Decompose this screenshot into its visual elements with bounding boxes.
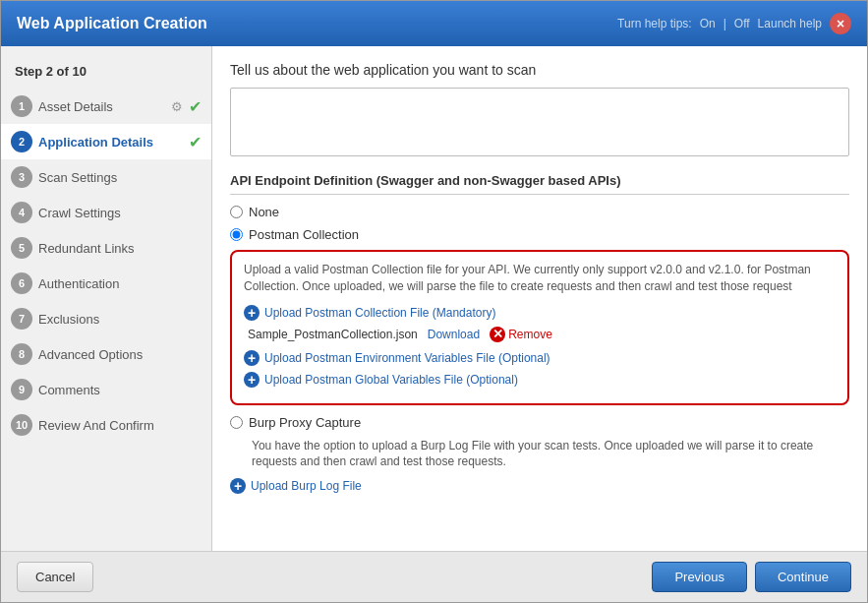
postman-radio[interactable] bbox=[230, 228, 243, 241]
burp-label: Burp Proxy Capture bbox=[249, 415, 361, 430]
sidebar-label-2: Application Details bbox=[38, 135, 183, 150]
plus-icon-1: + bbox=[244, 305, 260, 321]
none-radio[interactable] bbox=[230, 206, 243, 218]
step-num-5: 5 bbox=[11, 237, 32, 259]
upload-burp-label: Upload Burp Log File bbox=[251, 479, 362, 493]
plus-icon-3: + bbox=[244, 372, 260, 388]
file-row: Sample_PostmanCollection.json Download ✕… bbox=[244, 327, 836, 342]
sidebar-label-9: Comments bbox=[38, 383, 202, 397]
none-radio-row: None bbox=[230, 205, 849, 219]
download-link[interactable]: Download bbox=[428, 328, 480, 341]
remove-label: Remove bbox=[508, 328, 552, 341]
api-section-title: API Endpoint Definition (Swagger and non… bbox=[230, 173, 849, 195]
sidebar-item-exclusions[interactable]: 7 Exclusions bbox=[1, 301, 211, 336]
modal-title: Web Application Creation bbox=[17, 15, 207, 32]
sidebar-label-3: Scan Settings bbox=[38, 170, 202, 185]
upload-global-label: Upload Postman Global Variables File (Op… bbox=[264, 373, 518, 387]
postman-radio-row: Postman Collection bbox=[230, 227, 849, 242]
step-num-8: 8 bbox=[11, 343, 32, 365]
none-label: None bbox=[249, 205, 279, 219]
plus-icon-4: + bbox=[230, 478, 246, 494]
close-button[interactable]: × bbox=[830, 13, 851, 34]
step-num-4: 4 bbox=[11, 202, 32, 223]
sidebar-item-review-confirm[interactable]: 10 Review And Confirm bbox=[1, 407, 211, 443]
burp-radio-row: Burp Proxy Capture bbox=[230, 415, 849, 430]
sidebar-item-crawl-settings[interactable]: 4 Crawl Settings bbox=[1, 195, 211, 230]
help-off-link[interactable]: Off bbox=[734, 17, 750, 30]
sidebar-label-1: Asset Details bbox=[38, 99, 165, 114]
upload-collection-link[interactable]: + Upload Postman Collection File (Mandat… bbox=[244, 305, 836, 321]
burp-section: Burp Proxy Capture You have the option t… bbox=[230, 415, 849, 495]
step-num-7: 7 bbox=[11, 308, 32, 330]
launch-help-link[interactable]: Launch help bbox=[758, 17, 822, 30]
upload-global-link[interactable]: + Upload Postman Global Variables File (… bbox=[244, 372, 836, 388]
sidebar-item-asset-details[interactable]: 1 Asset Details ⚙ ✔ bbox=[1, 89, 211, 124]
postman-label: Postman Collection bbox=[249, 227, 359, 242]
step-num-10: 10 bbox=[11, 414, 32, 436]
remove-icon: ✕ bbox=[490, 327, 505, 342]
help-tips-label: Turn help tips: bbox=[617, 17, 692, 30]
sidebar-label-7: Exclusions bbox=[38, 312, 202, 327]
check-icon-1: ✔ bbox=[189, 97, 202, 116]
sidebar-label-5: Redundant Links bbox=[38, 241, 202, 256]
main-instruction: Tell us about the web application you wa… bbox=[230, 62, 849, 78]
remove-button[interactable]: ✕ Remove bbox=[490, 327, 552, 342]
sidebar-item-application-details[interactable]: 2 Application Details ✔ bbox=[1, 124, 211, 159]
step-num-3: 3 bbox=[11, 166, 32, 188]
footer-right: Previous Continue bbox=[652, 562, 851, 592]
burp-radio[interactable] bbox=[230, 416, 243, 429]
modal-footer: Cancel Previous Continue bbox=[1, 551, 867, 602]
help-on-link[interactable]: On bbox=[700, 17, 716, 30]
plus-icon-2: + bbox=[244, 350, 260, 366]
continue-button[interactable]: Continue bbox=[755, 562, 851, 592]
step-num-9: 9 bbox=[11, 379, 32, 400]
burp-description: You have the option to upload a Burp Log… bbox=[252, 438, 849, 471]
footer-left: Cancel bbox=[17, 562, 93, 592]
upload-mandatory-label: Upload Postman Collection File (Mandator… bbox=[264, 306, 495, 320]
sidebar-item-authentication[interactable]: 6 Authentication bbox=[1, 266, 211, 301]
check-icon-2: ✔ bbox=[189, 133, 202, 151]
application-url-input[interactable] bbox=[230, 88, 849, 156]
header-right: Turn help tips: On | Off Launch help × bbox=[617, 13, 851, 34]
upload-burp-link[interactable]: + Upload Burp Log File bbox=[230, 478, 849, 494]
modal-header: Web Application Creation Turn help tips:… bbox=[1, 1, 867, 46]
postman-box: Upload a valid Postman Collection file f… bbox=[230, 250, 849, 405]
upload-env-link[interactable]: + Upload Postman Environment Variables F… bbox=[244, 350, 836, 366]
upload-env-label: Upload Postman Environment Variables Fil… bbox=[264, 351, 550, 365]
sidebar-label-6: Authentication bbox=[38, 276, 202, 291]
gear-icon: ⚙ bbox=[171, 99, 183, 114]
file-name-label: Sample_PostmanCollection.json bbox=[248, 328, 418, 341]
sidebar-label-4: Crawl Settings bbox=[38, 206, 202, 220]
sidebar-label-8: Advanced Options bbox=[38, 347, 202, 362]
sidebar-item-advanced-options[interactable]: 8 Advanced Options bbox=[1, 336, 211, 372]
previous-button[interactable]: Previous bbox=[652, 562, 747, 592]
sidebar: Step 2 of 10 1 Asset Details ⚙ ✔ 2 Appli… bbox=[1, 46, 212, 551]
sidebar-item-redundant-links[interactable]: 5 Redundant Links bbox=[1, 230, 211, 266]
step-num-1: 1 bbox=[11, 95, 32, 117]
step-num-6: 6 bbox=[11, 272, 32, 294]
help-separator: | bbox=[723, 17, 726, 30]
sidebar-item-comments[interactable]: 9 Comments bbox=[1, 372, 211, 407]
sidebar-label-10: Review And Confirm bbox=[38, 418, 202, 433]
cancel-button[interactable]: Cancel bbox=[17, 562, 93, 592]
sidebar-item-scan-settings[interactable]: 3 Scan Settings bbox=[1, 159, 211, 195]
main-content: Tell us about the web application you wa… bbox=[212, 46, 867, 551]
step-header: Step 2 of 10 bbox=[1, 58, 211, 89]
modal-container: Web Application Creation Turn help tips:… bbox=[0, 0, 868, 603]
modal-body: Step 2 of 10 1 Asset Details ⚙ ✔ 2 Appli… bbox=[1, 46, 867, 551]
step-num-2: 2 bbox=[11, 131, 32, 152]
postman-description: Upload a valid Postman Collection file f… bbox=[244, 262, 836, 295]
